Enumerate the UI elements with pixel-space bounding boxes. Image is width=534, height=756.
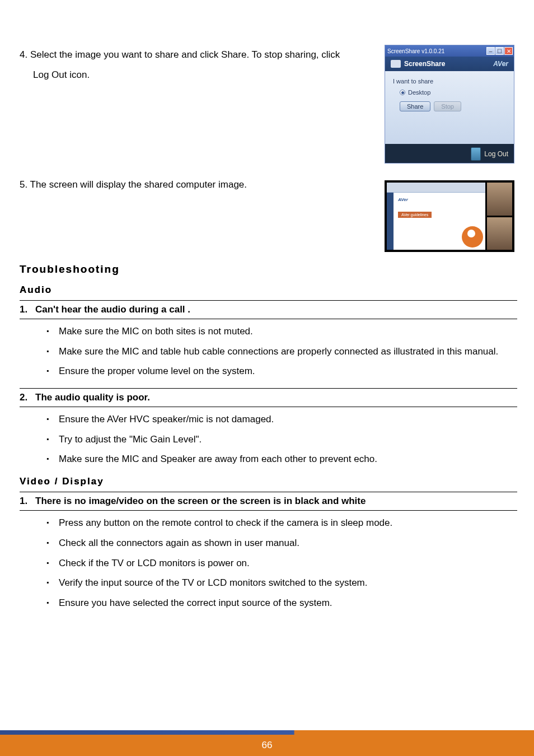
app-header: ScreenShare AVer (385, 57, 514, 71)
audio-q2-num: 2. (20, 392, 35, 403)
desktop-radio[interactable]: Desktop (400, 89, 506, 96)
audio-q2-text: The audio quality is poor. (35, 392, 150, 403)
list-item: Make sure the MIC and Speaker are away f… (46, 449, 517, 469)
list-item: Make sure the MIC on both sites is not m… (46, 321, 517, 342)
step-4-body: Select the image you want to share and c… (30, 49, 340, 80)
audio-q1: 1.Can't hear the audio during a call . (20, 303, 517, 316)
preview-titlebar (387, 183, 485, 193)
step-4-num: 4. (20, 49, 27, 60)
stop-button[interactable]: Stop (434, 101, 461, 111)
list-item: Press any button on the remote control t… (46, 513, 517, 533)
divider (20, 300, 517, 301)
troubleshooting-heading: Troubleshooting (20, 263, 517, 276)
thumb-2 (487, 217, 512, 250)
step-4-text: 4. Select the image you want to share an… (20, 45, 355, 85)
video-heading: Video / Display (20, 476, 517, 487)
preview-sidebar (387, 193, 394, 250)
list-item: Ensure the AVer HVC speaker/mic is not d… (46, 409, 517, 430)
audio-q1-text: Can't hear the audio during a call . (35, 304, 190, 315)
logout-icon[interactable] (471, 147, 481, 161)
divider (20, 388, 517, 389)
preview-subtitle: AVer guidelines (398, 212, 432, 218)
footer-stripe (0, 730, 534, 735)
preview-slide: AVer AVer guidelines (394, 193, 485, 250)
radio-label: Desktop (408, 89, 430, 96)
step-5-body: The screen will display the shared compu… (30, 179, 247, 190)
share-button[interactable]: Share (400, 101, 430, 111)
window-title: ScreenShare v1.0.0.21 (387, 48, 444, 54)
divider (20, 510, 517, 511)
audio-q1-list: Make sure the MIC on both sites is not m… (20, 321, 517, 381)
thumb-1 (487, 183, 512, 216)
share-section-label: I want to share (393, 78, 506, 85)
step-5-num: 5. (20, 179, 27, 190)
video-q1-num: 1. (20, 496, 35, 507)
app-logo-icon (391, 60, 401, 68)
shared-screen-preview: AVer AVer guidelines (385, 180, 514, 252)
preview-avatar-icon (462, 226, 483, 248)
list-item: Make sure the MIC and table hub cable co… (46, 342, 517, 362)
divider (20, 319, 517, 319)
page-footer: 66 (0, 735, 534, 756)
close-button[interactable]: ✕ (504, 47, 513, 55)
maximize-button[interactable]: ☐ (495, 47, 504, 55)
brand-label: AVer (493, 60, 508, 68)
minimize-button[interactable]: – (486, 47, 495, 55)
video-q1-text: There is no image/video on the screen or… (35, 496, 366, 506)
divider (20, 492, 517, 492)
window-titlebar: ScreenShare v1.0.0.21 – ☐ ✕ (385, 45, 514, 57)
list-item: Check if the TV or LCD monitors is power… (46, 553, 517, 573)
screenshare-app-window: ScreenShare v1.0.0.21 – ☐ ✕ ScreenShare … (385, 45, 514, 164)
logout-label[interactable]: Log Out (484, 150, 508, 158)
audio-heading: Audio (20, 284, 517, 296)
app-footer: Log Out (385, 144, 514, 163)
video-q1-list: Press any button on the remote control t… (20, 513, 517, 613)
step-5-text: 5. The screen will display the shared co… (20, 175, 355, 195)
audio-q1-num: 1. (20, 304, 35, 315)
list-item: Try to adjust the "Mic Gain Level". (46, 430, 517, 450)
list-item: Ensure you have selected the correct inp… (46, 593, 517, 613)
video-q1: 1.There is no image/video on the screen … (20, 494, 517, 508)
audio-q2: 2.The audio quality is poor. (20, 391, 517, 404)
divider (20, 407, 517, 407)
radio-dot-icon (400, 90, 405, 95)
preview-title: AVer (398, 197, 408, 202)
audio-q2-list: Ensure the AVer HVC speaker/mic is not d… (20, 409, 517, 469)
list-item: Check all the connectors again as shown … (46, 533, 517, 553)
page-number: 66 (0, 735, 534, 756)
app-name: ScreenShare (404, 60, 445, 68)
list-item: Verify the input source of the TV or LCD… (46, 573, 517, 593)
list-item: Ensure the proper volume level on the sy… (46, 361, 517, 381)
